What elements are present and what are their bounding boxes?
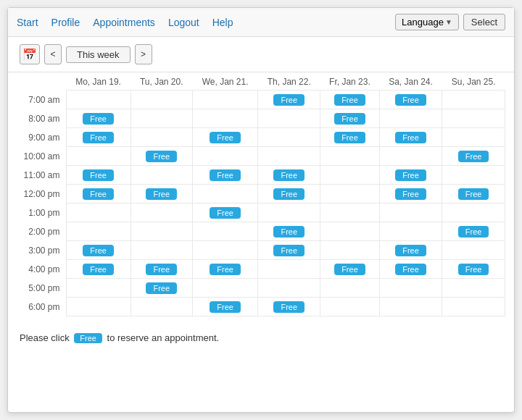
slot-cell[interactable]: Free (258, 166, 320, 185)
slot-cell[interactable]: Free (66, 166, 130, 185)
day-header: Su, Jan 25. (442, 72, 505, 91)
slot-cell[interactable]: Free (130, 147, 192, 166)
free-slot-button[interactable]: Free (334, 264, 365, 275)
free-slot-button[interactable]: Free (146, 264, 177, 275)
free-slot-button[interactable]: Free (395, 132, 426, 143)
table-row: 2:00 pmFreeFree (17, 222, 505, 241)
time-cell: 9:00 am (17, 128, 66, 147)
time-cell: 5:00 pm (17, 279, 66, 298)
free-slot-button[interactable]: Free (395, 188, 426, 200)
free-slot-button[interactable]: Free (273, 245, 304, 256)
free-slot-button[interactable]: Free (273, 94, 304, 106)
nav-link-appointments[interactable]: Appointments (93, 17, 155, 28)
slot-cell[interactable]: Free (66, 260, 130, 279)
nav-link-profile[interactable]: Profile (51, 17, 80, 28)
free-slot-button[interactable]: Free (395, 264, 426, 275)
slot-cell[interactable]: Free (192, 203, 258, 222)
slot-cell[interactable]: Free (66, 241, 130, 260)
slot-cell[interactable]: Free (258, 222, 320, 241)
free-slot-button[interactable]: Free (395, 245, 426, 256)
time-cell: 4:00 pm (17, 260, 66, 279)
slot-cell[interactable]: Free (320, 109, 380, 128)
slot-cell[interactable]: Free (130, 185, 192, 203)
free-slot-button[interactable]: Free (210, 169, 241, 181)
free-slot-button[interactable]: Free (210, 264, 241, 275)
slot-cell[interactable]: Free (192, 260, 258, 279)
free-slot-button[interactable]: Free (210, 207, 241, 219)
time-cell: 8:00 am (17, 109, 66, 128)
free-slot-button[interactable]: Free (334, 94, 365, 106)
slot-cell[interactable]: Free (320, 260, 380, 279)
select-button[interactable]: Select (463, 14, 505, 30)
slot-cell[interactable]: Free (258, 298, 320, 316)
day-header: Mo, Jan 19. (66, 72, 130, 91)
prev-week-button[interactable]: < (44, 44, 62, 64)
slot-cell[interactable]: Free (379, 128, 442, 147)
slot-cell[interactable]: Free (379, 91, 442, 109)
free-slot-button[interactable]: Free (458, 188, 489, 200)
free-slot-button[interactable]: Free (83, 245, 114, 256)
nav-link-logout[interactable]: Logout (168, 17, 199, 28)
slot-cell[interactable]: Free (320, 91, 380, 109)
slot-cell (258, 147, 320, 166)
slot-cell[interactable]: Free (379, 241, 442, 260)
slot-cell (66, 203, 130, 222)
free-slot-button[interactable]: Free (334, 113, 365, 125)
nav-link-start[interactable]: Start (17, 17, 38, 28)
free-slot-button[interactable]: Free (458, 151, 489, 162)
free-slot-button[interactable]: Free (210, 132, 241, 143)
free-slot-button[interactable]: Free (83, 169, 114, 181)
free-slot-button[interactable]: Free (83, 264, 114, 275)
free-slot-button[interactable]: Free (334, 132, 365, 143)
time-cell: 2:00 pm (17, 222, 66, 241)
table-row: 7:00 amFreeFreeFree (17, 91, 505, 109)
slot-cell[interactable]: Free (442, 147, 505, 166)
slot-cell (379, 109, 442, 128)
nav-actions: Language ▼ Select (395, 14, 505, 30)
slot-cell[interactable]: Free (192, 128, 258, 147)
slot-cell (258, 279, 320, 298)
footer-text-before: Please click (20, 332, 70, 343)
free-slot-button[interactable]: Free (273, 169, 304, 181)
slot-cell[interactable]: Free (442, 260, 505, 279)
slot-cell[interactable]: Free (66, 109, 130, 128)
day-header: Th, Jan 22. (258, 72, 320, 91)
slot-cell[interactable]: Free (258, 91, 320, 109)
slot-cell[interactable]: Free (379, 260, 442, 279)
free-slot-button[interactable]: Free (83, 132, 114, 143)
free-slot-button[interactable]: Free (146, 188, 177, 200)
slot-cell (379, 298, 442, 316)
slot-cell[interactable]: Free (66, 185, 130, 203)
free-slot-button[interactable]: Free (146, 151, 177, 162)
slot-cell[interactable]: Free (130, 260, 192, 279)
slot-cell[interactable]: Free (379, 166, 442, 185)
slot-cell[interactable]: Free (192, 298, 258, 316)
slot-cell[interactable]: Free (442, 222, 505, 241)
next-week-button[interactable]: > (135, 44, 152, 64)
free-slot-button[interactable]: Free (458, 226, 489, 238)
language-button[interactable]: Language ▼ (395, 14, 459, 30)
slot-cell[interactable]: Free (130, 279, 192, 298)
nav-link-help[interactable]: Help (212, 17, 233, 28)
calendar-icon[interactable]: 📅 (20, 44, 40, 64)
slot-cell (130, 128, 192, 147)
free-slot-button[interactable]: Free (273, 188, 304, 200)
slot-cell[interactable]: Free (442, 185, 505, 203)
slot-cell[interactable]: Free (66, 128, 130, 147)
free-slot-button[interactable]: Free (83, 188, 114, 200)
free-slot-button[interactable]: Free (458, 264, 489, 275)
slot-cell (130, 241, 192, 260)
free-slot-button[interactable]: Free (395, 169, 426, 181)
free-slot-button[interactable]: Free (210, 301, 241, 313)
free-slot-button[interactable]: Free (273, 226, 304, 238)
slot-cell[interactable]: Free (192, 166, 258, 185)
free-slot-button[interactable]: Free (395, 94, 426, 106)
free-slot-button[interactable]: Free (146, 282, 177, 294)
slot-cell (192, 279, 258, 298)
free-slot-button[interactable]: Free (273, 301, 304, 313)
slot-cell[interactable]: Free (320, 128, 380, 147)
free-slot-button[interactable]: Free (83, 113, 114, 125)
slot-cell[interactable]: Free (258, 185, 320, 203)
slot-cell[interactable]: Free (379, 185, 442, 203)
slot-cell[interactable]: Free (258, 241, 320, 260)
